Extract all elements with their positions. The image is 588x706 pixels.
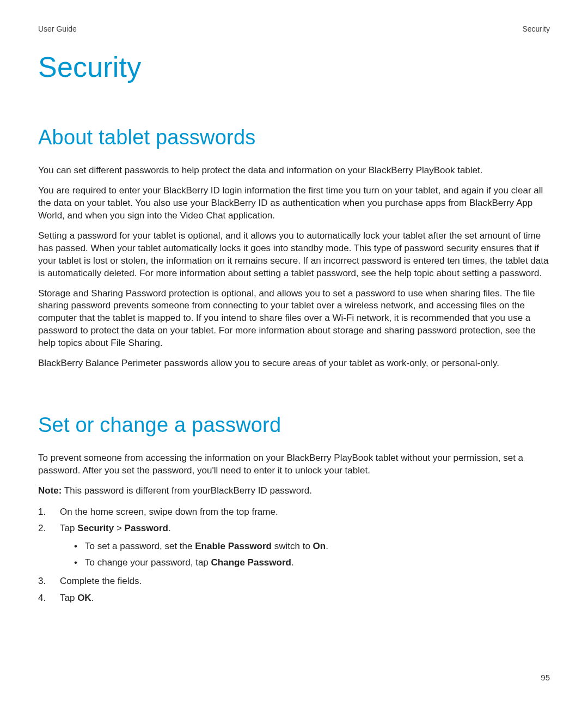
paragraph: BlackBerry Balance Perimeter passwords a… xyxy=(38,357,550,370)
note-text: This password is different from yourBlac… xyxy=(62,485,311,496)
step-number: 4. xyxy=(38,591,60,605)
page-title: Security xyxy=(38,51,550,83)
paragraph: Setting a password for your tablet is op… xyxy=(38,230,550,280)
paragraph: You can set different passwords to help … xyxy=(38,165,550,177)
note-label: Note: xyxy=(38,485,62,496)
step-text-frag: > xyxy=(114,523,124,533)
step-item: 3. Complete the fields. xyxy=(38,574,550,588)
substep-text-frag: switch to xyxy=(272,541,313,551)
substep-text-frag: To change your password, tap xyxy=(85,557,211,568)
step-number: 2. xyxy=(38,521,60,572)
step-text: Tap OK. xyxy=(60,591,550,605)
step-item: 2. Tap Security > Password. To set a pas… xyxy=(38,521,550,572)
section-heading-set-change: Set or change a password xyxy=(38,413,550,437)
paragraph: Storage and Sharing Password protection … xyxy=(38,288,550,350)
paragraph: You are required to enter your BlackBerr… xyxy=(38,185,550,222)
section-heading-about: About tablet passwords xyxy=(38,126,550,149)
page-number: 95 xyxy=(541,673,550,682)
substep-text-frag: To set a password, set the xyxy=(85,541,195,551)
header-left: User Guide xyxy=(38,25,77,33)
step-text-frag: . xyxy=(91,593,94,603)
substep-item: To change your password, tap Change Pass… xyxy=(74,556,550,570)
paragraph: To prevent someone from accessing the in… xyxy=(38,452,550,477)
note-line: Note: This password is different from yo… xyxy=(38,485,550,497)
substep-item: To set a password, set the Enable Passwo… xyxy=(74,539,550,553)
step-item: 1. On the home screen, swipe down from t… xyxy=(38,505,550,519)
substep-text-bold: On xyxy=(313,541,326,551)
substep-text-frag: . xyxy=(291,557,294,568)
step-text-bold: Password xyxy=(125,523,168,533)
substep-text-bold: Enable Password xyxy=(195,541,272,551)
substep-text-frag: . xyxy=(326,541,328,551)
step-text-bold: OK xyxy=(77,593,91,603)
substeps-list: To set a password, set the Enable Passwo… xyxy=(60,539,550,570)
step-item: 4. Tap OK. xyxy=(38,591,550,605)
step-text-bold: Security xyxy=(77,523,114,533)
substep-text-bold: Change Password xyxy=(211,557,291,568)
step-text: On the home screen, swipe down from the … xyxy=(60,505,550,519)
step-number: 3. xyxy=(38,574,60,588)
step-text: Tap Security > Password. To set a passwo… xyxy=(60,521,550,572)
header-right: Security xyxy=(522,25,550,33)
step-text: Complete the fields. xyxy=(60,574,550,588)
step-text-frag: Tap xyxy=(60,523,77,533)
step-number: 1. xyxy=(38,505,60,519)
step-text-frag: . xyxy=(168,523,171,533)
step-text-frag: Tap xyxy=(60,593,77,603)
steps-list: 1. On the home screen, swipe down from t… xyxy=(38,505,550,605)
page: User Guide Security Security About table… xyxy=(0,0,588,706)
running-header: User Guide Security xyxy=(38,25,550,33)
